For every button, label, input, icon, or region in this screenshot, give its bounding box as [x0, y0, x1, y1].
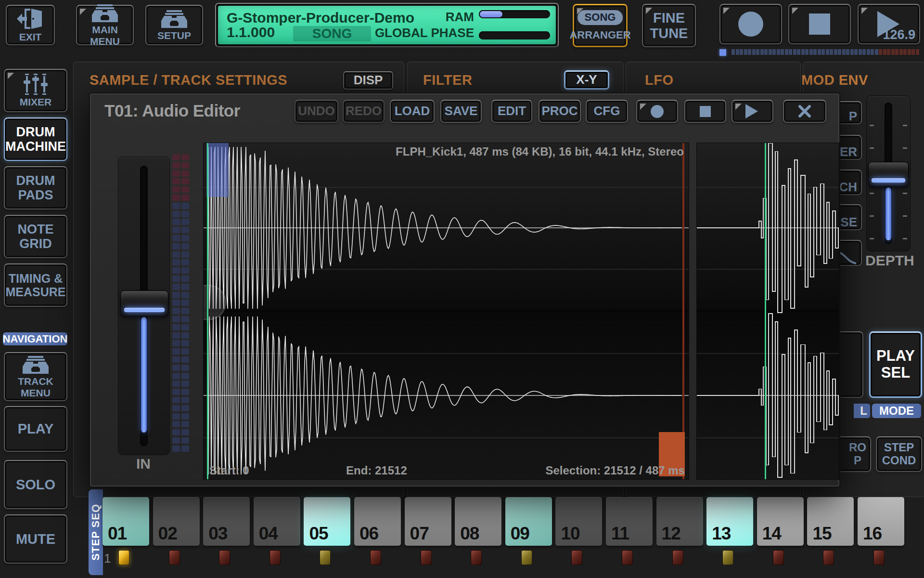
sidebar-item-mute[interactable]: MUTE: [4, 514, 67, 564]
level-meter-cell: [181, 421, 189, 427]
dialog-record-button[interactable]: [636, 100, 678, 123]
step-pad-14[interactable]: 14: [757, 497, 804, 546]
level-meter-cell: [181, 446, 189, 452]
partial-button-env-curve[interactable]: [838, 240, 862, 266]
beat-tick: [830, 49, 833, 55]
depth-fader-tick: [903, 193, 907, 194]
level-meter-cell: [172, 227, 180, 233]
partial-step-button[interactable]: RO P: [838, 436, 871, 472]
partial-button-pitch[interactable]: CH: [838, 170, 862, 195]
step-pad-number: 07: [410, 524, 429, 544]
proc-button[interactable]: PROC: [539, 100, 581, 123]
step-pad-10[interactable]: 10: [555, 497, 602, 546]
mode-badge[interactable]: SONG: [293, 26, 371, 41]
record-icon: [738, 12, 763, 37]
input-fader-fill: [141, 317, 147, 433]
level-meter-cell: [172, 284, 180, 290]
step-pad-06[interactable]: 06: [354, 497, 401, 546]
sidebar-item-solo[interactable]: SOLO: [4, 460, 67, 509]
level-meter-cell: [172, 259, 180, 265]
step-pad-07[interactable]: 07: [405, 497, 451, 546]
stop-button[interactable]: [788, 4, 851, 44]
beat-tick: [834, 49, 837, 55]
level-meter-cell: [181, 243, 189, 250]
depth-fader-handle[interactable]: [868, 162, 909, 187]
beat-tick: [895, 49, 898, 55]
level-meter-cell: [172, 429, 180, 435]
step-pad-16[interactable]: 16: [858, 497, 904, 546]
xy-button[interactable]: X-Y: [564, 70, 609, 90]
partial-button-left-of-play-sel[interactable]: [838, 331, 863, 398]
step-pad-05[interactable]: 05: [304, 497, 350, 546]
input-fader-handle[interactable]: [120, 290, 168, 316]
exit-button[interactable]: EXIT: [6, 5, 55, 45]
edit-button[interactable]: EDIT: [491, 100, 532, 123]
partial-button-loop[interactable]: P: [838, 101, 862, 124]
step-pad-04[interactable]: 04: [254, 497, 300, 546]
main-menu-button[interactable]: MAIN MENU: [76, 5, 134, 45]
step-pad-number: 05: [309, 524, 328, 544]
close-icon: [797, 105, 812, 118]
display-screen: G-Stomper-Producer-Demo 1.1.000 SONG RAM…: [218, 6, 556, 44]
step-pad-12[interactable]: 12: [656, 497, 703, 546]
waveform-zoom-svg: [697, 143, 839, 479]
setup-button[interactable]: SETUP: [145, 5, 203, 45]
stop-icon: [700, 106, 711, 117]
step-pad-15[interactable]: 15: [807, 497, 854, 546]
cfg-button[interactable]: CFG: [586, 100, 628, 123]
load-button[interactable]: LOAD: [390, 100, 435, 123]
dialog-stop-button[interactable]: [684, 100, 726, 123]
step-led-04: [270, 550, 281, 565]
beat-tick: [781, 49, 784, 55]
sidebar-item-drum-pads[interactable]: DRUM PADS: [4, 166, 67, 210]
disp-button[interactable]: DISP: [343, 71, 393, 90]
depth-fader[interactable]: [866, 95, 911, 251]
step-pad-09[interactable]: 09: [505, 497, 552, 546]
level-meter-cell: [172, 332, 180, 339]
level-meter: [172, 154, 190, 454]
beat-tick: [740, 49, 743, 55]
step-led-05: [320, 550, 331, 565]
sidebar-item-note-grid[interactable]: NOTE GRID: [4, 215, 67, 258]
play-icon: [745, 104, 759, 118]
input-level-fader[interactable]: [118, 157, 170, 455]
step-led-14: [773, 550, 784, 565]
sidebar-item-timing-measure[interactable]: TIMING & MEASURE: [4, 263, 67, 307]
fine-tune-button[interactable]: FINE TUNE: [642, 4, 696, 47]
step-pad-02[interactable]: 02: [153, 497, 200, 546]
navigation-section-label: NAVIGATION: [3, 332, 67, 345]
sidebar-item-play[interactable]: PLAY: [4, 406, 67, 452]
play-sel-button[interactable]: PLAY SEL: [869, 331, 922, 398]
partial-button-reverse[interactable]: RSE: [838, 204, 862, 230]
level-meter-cell: [181, 219, 189, 225]
step-cond-button[interactable]: STEP COND: [876, 436, 922, 472]
undo-button[interactable]: UNDO: [295, 100, 338, 123]
step-pad-01[interactable]: 01: [103, 497, 149, 546]
save-button[interactable]: SAVE: [440, 100, 482, 123]
partial-button-layer[interactable]: ER: [838, 135, 862, 160]
depth-fader-tick: [903, 215, 907, 217]
level-meter-cell: [172, 437, 180, 444]
dialog-close-button[interactable]: [783, 100, 826, 123]
song-arranger-button[interactable]: SONG ARRANGER: [573, 4, 628, 47]
step-pad-13[interactable]: 13: [706, 497, 753, 546]
level-meter-cell: [181, 251, 189, 258]
step-pad-11[interactable]: 11: [606, 497, 653, 546]
sidebar-item-track-menu[interactable]: TRACK MENU: [4, 352, 67, 401]
beat-tick: [903, 49, 907, 55]
sidebar-item-drum-machine[interactable]: DRUM MACHINE: [4, 118, 67, 161]
play-button[interactable]: 126.9: [858, 4, 920, 44]
redo-button[interactable]: REDO: [343, 100, 385, 123]
drawer-icon: [22, 355, 50, 374]
dialog-play-button[interactable]: [732, 100, 773, 123]
step-pad-03[interactable]: 03: [203, 497, 250, 546]
record-button[interactable]: [719, 4, 782, 44]
drag-handle-circle[interactable]: [204, 285, 226, 320]
waveform-main-view[interactable]: FLPH_Kick1, 487 ms (84 KB), 16 bit, 44.1…: [203, 143, 689, 480]
waveform-zoom-view[interactable]: [696, 143, 839, 480]
selection-start-marker[interactable]: [206, 143, 229, 197]
selection-end-line: [682, 143, 684, 479]
step-pad-08[interactable]: 08: [455, 497, 501, 546]
track-menu-label: TRACK MENU: [5, 376, 66, 398]
sidebar-item-mixer[interactable]: MIXER: [4, 69, 67, 112]
